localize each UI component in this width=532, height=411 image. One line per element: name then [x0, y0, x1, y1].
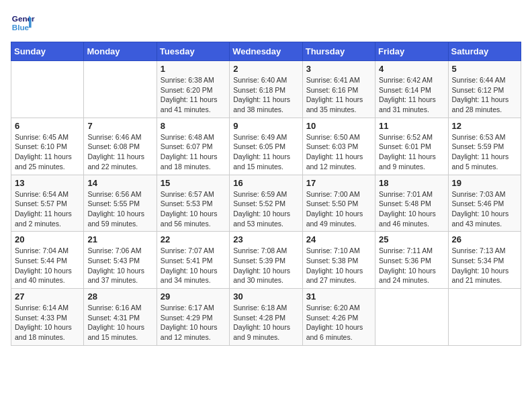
calendar-cell: 9Sunrise: 6:49 AM Sunset: 6:05 PM Daylig… — [230, 118, 302, 175]
day-number: 2 — [233, 64, 298, 74]
svg-text:Blue: Blue — [12, 23, 30, 32]
cell-content: Sunrise: 7:03 AM Sunset: 5:46 PM Dayligh… — [452, 189, 517, 229]
cell-content: Sunrise: 6:42 AM Sunset: 6:14 PM Dayligh… — [379, 75, 444, 115]
calendar-cell: 6Sunrise: 6:45 AM Sunset: 6:10 PM Daylig… — [11, 118, 84, 175]
calendar-cell: 15Sunrise: 6:57 AM Sunset: 5:53 PM Dayli… — [157, 175, 229, 232]
calendar-cell: 4Sunrise: 6:42 AM Sunset: 6:14 PM Daylig… — [375, 61, 448, 118]
calendar-cell: 2Sunrise: 6:40 AM Sunset: 6:18 PM Daylig… — [230, 61, 302, 118]
calendar-cell: 19Sunrise: 7:03 AM Sunset: 5:46 PM Dayli… — [448, 175, 521, 232]
cell-content: Sunrise: 6:17 AM Sunset: 4:29 PM Dayligh… — [161, 303, 226, 342]
cell-content: Sunrise: 6:46 AM Sunset: 6:08 PM Dayligh… — [87, 132, 152, 172]
cell-content: Sunrise: 6:45 AM Sunset: 6:10 PM Dayligh… — [15, 132, 80, 172]
calendar-week-row: 1Sunrise: 6:38 AM Sunset: 6:20 PM Daylig… — [11, 61, 521, 118]
cell-content: Sunrise: 7:11 AM Sunset: 5:36 PM Dayligh… — [379, 246, 444, 285]
day-number: 10 — [306, 121, 371, 131]
calendar-cell — [84, 61, 157, 118]
calendar-week-row: 20Sunrise: 7:04 AM Sunset: 5:44 PM Dayli… — [11, 232, 521, 289]
calendar-cell: 24Sunrise: 7:10 AM Sunset: 5:38 PM Dayli… — [302, 232, 375, 289]
calendar-cell: 17Sunrise: 7:00 AM Sunset: 5:50 PM Dayli… — [302, 175, 375, 232]
calendar-cell: 1Sunrise: 6:38 AM Sunset: 6:20 PM Daylig… — [157, 61, 229, 118]
calendar-cell: 22Sunrise: 7:07 AM Sunset: 5:41 PM Dayli… — [157, 232, 229, 289]
calendar-cell: 7Sunrise: 6:46 AM Sunset: 6:08 PM Daylig… — [84, 118, 157, 175]
cell-content: Sunrise: 6:20 AM Sunset: 4:26 PM Dayligh… — [306, 303, 371, 342]
calendar-cell: 29Sunrise: 6:17 AM Sunset: 4:29 PM Dayli… — [157, 289, 229, 346]
cell-content: Sunrise: 6:54 AM Sunset: 5:57 PM Dayligh… — [15, 189, 80, 229]
cell-content: Sunrise: 6:18 AM Sunset: 4:28 PM Dayligh… — [233, 303, 298, 342]
day-number: 1 — [161, 64, 226, 74]
weekday-header-monday: Monday — [84, 42, 157, 61]
day-number: 29 — [161, 291, 226, 302]
day-number: 15 — [161, 178, 226, 188]
calendar-cell: 26Sunrise: 7:13 AM Sunset: 5:34 PM Dayli… — [448, 232, 521, 289]
cell-content: Sunrise: 7:00 AM Sunset: 5:50 PM Dayligh… — [306, 189, 371, 229]
weekday-header-thursday: Thursday — [302, 42, 375, 61]
calendar-cell: 3Sunrise: 6:41 AM Sunset: 6:16 PM Daylig… — [302, 61, 375, 118]
calendar-cell: 10Sunrise: 6:50 AM Sunset: 6:03 PM Dayli… — [302, 118, 375, 175]
cell-content: Sunrise: 6:40 AM Sunset: 6:18 PM Dayligh… — [233, 75, 298, 115]
cell-content: Sunrise: 6:57 AM Sunset: 5:53 PM Dayligh… — [161, 189, 226, 229]
day-number: 19 — [452, 178, 517, 188]
cell-content: Sunrise: 6:41 AM Sunset: 6:16 PM Dayligh… — [306, 75, 371, 115]
calendar-table: SundayMondayTuesdayWednesdayThursdayFrid… — [11, 42, 521, 346]
cell-content: Sunrise: 7:10 AM Sunset: 5:38 PM Dayligh… — [306, 246, 371, 285]
day-number: 9 — [233, 121, 298, 131]
cell-content: Sunrise: 6:50 AM Sunset: 6:03 PM Dayligh… — [306, 132, 371, 172]
cell-content: Sunrise: 7:01 AM Sunset: 5:48 PM Dayligh… — [379, 189, 444, 229]
day-number: 23 — [233, 234, 298, 244]
calendar-cell: 8Sunrise: 6:48 AM Sunset: 6:07 PM Daylig… — [157, 118, 229, 175]
logo: General Blue — [11, 11, 35, 35]
day-number: 24 — [306, 234, 371, 244]
day-number: 11 — [379, 121, 444, 131]
day-number: 14 — [87, 178, 152, 188]
cell-content: Sunrise: 6:44 AM Sunset: 6:12 PM Dayligh… — [452, 75, 517, 115]
cell-content: Sunrise: 7:04 AM Sunset: 5:44 PM Dayligh… — [15, 246, 80, 285]
day-number: 28 — [87, 291, 152, 302]
day-number: 5 — [452, 64, 517, 74]
calendar-cell: 16Sunrise: 6:59 AM Sunset: 5:52 PM Dayli… — [230, 175, 302, 232]
calendar-cell: 28Sunrise: 6:16 AM Sunset: 4:31 PM Dayli… — [84, 289, 157, 346]
cell-content: Sunrise: 6:56 AM Sunset: 5:55 PM Dayligh… — [87, 189, 152, 229]
day-number: 17 — [306, 178, 371, 188]
day-number: 16 — [233, 178, 298, 188]
calendar-cell: 31Sunrise: 6:20 AM Sunset: 4:26 PM Dayli… — [302, 289, 375, 346]
calendar-cell: 21Sunrise: 7:06 AM Sunset: 5:43 PM Dayli… — [84, 232, 157, 289]
calendar-cell: 25Sunrise: 7:11 AM Sunset: 5:36 PM Dayli… — [375, 232, 448, 289]
cell-content: Sunrise: 6:14 AM Sunset: 4:33 PM Dayligh… — [15, 303, 80, 342]
calendar-week-row: 27Sunrise: 6:14 AM Sunset: 4:33 PM Dayli… — [11, 289, 521, 346]
cell-content: Sunrise: 6:48 AM Sunset: 6:07 PM Dayligh… — [161, 132, 226, 172]
calendar-cell: 20Sunrise: 7:04 AM Sunset: 5:44 PM Dayli… — [11, 232, 84, 289]
cell-content: Sunrise: 6:53 AM Sunset: 5:59 PM Dayligh… — [452, 132, 517, 172]
calendar-cell: 27Sunrise: 6:14 AM Sunset: 4:33 PM Dayli… — [11, 289, 84, 346]
day-number: 21 — [87, 234, 152, 244]
weekday-header-row: SundayMondayTuesdayWednesdayThursdayFrid… — [11, 42, 521, 61]
calendar-cell: 14Sunrise: 6:56 AM Sunset: 5:55 PM Dayli… — [84, 175, 157, 232]
day-number: 13 — [15, 178, 80, 188]
weekday-header-saturday: Saturday — [448, 42, 521, 61]
calendar-cell: 11Sunrise: 6:52 AM Sunset: 6:01 PM Dayli… — [375, 118, 448, 175]
page-header: General Blue — [11, 11, 521, 35]
cell-content: Sunrise: 6:52 AM Sunset: 6:01 PM Dayligh… — [379, 132, 444, 172]
calendar-cell: 13Sunrise: 6:54 AM Sunset: 5:57 PM Dayli… — [11, 175, 84, 232]
weekday-header-tuesday: Tuesday — [157, 42, 229, 61]
weekday-header-sunday: Sunday — [11, 42, 84, 61]
day-number: 12 — [452, 121, 517, 131]
day-number: 22 — [161, 234, 226, 244]
cell-content: Sunrise: 7:13 AM Sunset: 5:34 PM Dayligh… — [452, 246, 517, 285]
cell-content: Sunrise: 7:06 AM Sunset: 5:43 PM Dayligh… — [87, 246, 152, 285]
cell-content: Sunrise: 6:59 AM Sunset: 5:52 PM Dayligh… — [233, 189, 298, 229]
day-number: 25 — [379, 234, 444, 244]
weekday-header-friday: Friday — [375, 42, 448, 61]
day-number: 26 — [452, 234, 517, 244]
cell-content: Sunrise: 6:16 AM Sunset: 4:31 PM Dayligh… — [87, 303, 152, 342]
day-number: 31 — [306, 291, 371, 302]
cell-content: Sunrise: 6:49 AM Sunset: 6:05 PM Dayligh… — [233, 132, 298, 172]
logo-icon: General Blue — [11, 11, 35, 35]
calendar-cell: 18Sunrise: 7:01 AM Sunset: 5:48 PM Dayli… — [375, 175, 448, 232]
calendar-cell: 23Sunrise: 7:08 AM Sunset: 5:39 PM Dayli… — [230, 232, 302, 289]
day-number: 4 — [379, 64, 444, 74]
day-number: 8 — [161, 121, 226, 131]
calendar-cell — [11, 61, 84, 118]
day-number: 20 — [15, 234, 80, 244]
calendar-cell — [375, 289, 448, 346]
day-number: 6 — [15, 121, 80, 131]
